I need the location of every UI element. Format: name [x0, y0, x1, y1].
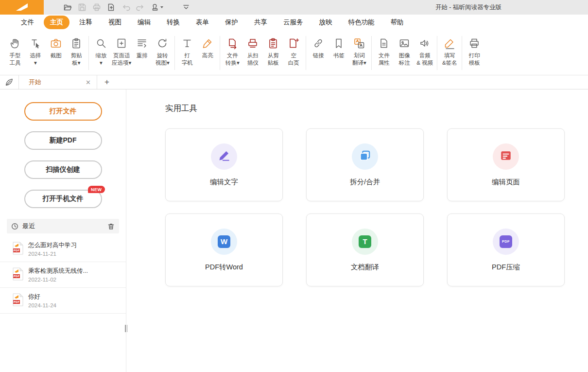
- ribbon-tool-bookmark[interactable]: 书签: [329, 36, 349, 60]
- menu-slideshow[interactable]: 放映: [313, 16, 339, 29]
- ribbon-tool-clipboard[interactable]: 剪贴 板▾: [66, 36, 86, 67]
- ribbon-tool-label: 填写 &签名: [442, 52, 457, 67]
- pdf-to-word-icon: W: [218, 235, 230, 248]
- menu-form[interactable]: 表单: [190, 16, 215, 29]
- clock-icon: [11, 223, 18, 230]
- page-fit-icon: [116, 36, 127, 50]
- ribbon-tool-file-properties[interactable]: 文件 属性: [374, 36, 394, 67]
- sidebar: 打开文件 新建PDF 扫描仪创建 打开手机文件 NEW 最近 PDF: [0, 89, 126, 372]
- recent-file-item[interactable]: PDF 怎么面对高中学习 2024-11-21: [0, 236, 126, 262]
- ribbon-tool-label: 文件 属性: [379, 52, 390, 67]
- folder-open-icon[interactable]: [60, 1, 75, 14]
- ribbon-divider: [88, 36, 89, 70]
- stamp-icon[interactable]: [148, 1, 166, 14]
- ribbon-tool-label: 音频 & 视频: [416, 52, 433, 67]
- ribbon-divider: [220, 36, 220, 70]
- export-icon[interactable]: [104, 1, 119, 14]
- menu-share[interactable]: 共享: [248, 16, 274, 29]
- fill-sign-icon: [444, 36, 455, 50]
- ribbon-tool-fill-sign[interactable]: 填写 &签名: [439, 36, 460, 67]
- ribbon-tool-from-clipboard[interactable]: 从剪 贴板: [263, 36, 283, 67]
- redo-icon[interactable]: [133, 1, 148, 14]
- clipboard-icon: [70, 36, 82, 50]
- ribbon-tool-typewriter[interactable]: 打 字机: [177, 36, 197, 67]
- typewriter-icon: [181, 36, 193, 50]
- ribbon-tool-link[interactable]: 链接: [308, 36, 329, 60]
- app-body: 打开文件 新建PDF 扫描仪创建 打开手机文件 NEW 最近 PDF: [0, 89, 588, 372]
- ribbon-tool-label: 缩放 ▾: [96, 52, 107, 67]
- open-file-button[interactable]: 打开文件: [24, 102, 102, 121]
- quill-pen-icon[interactable]: [0, 75, 18, 89]
- open-mobile-file-button[interactable]: 打开手机文件 NEW: [24, 190, 102, 208]
- card-edit-text[interactable]: 编辑文字: [165, 128, 283, 201]
- card-pdf-compress[interactable]: PDF PDF压缩: [447, 213, 565, 286]
- save-icon[interactable]: [75, 1, 89, 14]
- ribbon-tool-image-annotation[interactable]: 图像 标注: [394, 36, 415, 67]
- ribbon-tool-label: 手型 工具: [10, 52, 21, 67]
- camera-icon: [50, 36, 62, 50]
- menu-help[interactable]: 帮助: [384, 16, 410, 29]
- tab-start[interactable]: 开始 ✕: [18, 75, 97, 89]
- ribbon-tool-hand[interactable]: 手型 工具: [5, 36, 25, 67]
- ribbon-tool-print-template[interactable]: 打印 模板: [464, 36, 484, 67]
- link-icon: [312, 36, 324, 50]
- rotate-view-icon: [156, 36, 168, 50]
- menu-cloud[interactable]: 云服务: [277, 16, 310, 29]
- menu-comment[interactable]: 注释: [73, 16, 99, 29]
- scanner-create-button[interactable]: 扫描仪创建: [24, 160, 102, 179]
- ribbon-tool-highlight[interactable]: 高亮: [197, 36, 218, 60]
- from-clipboard-icon: [267, 36, 279, 50]
- card-label: PDF压缩: [492, 263, 520, 272]
- card-pdf-to-word[interactable]: W PDF转Word: [165, 213, 283, 286]
- ribbon-tool-translate[interactable]: 划词 翻译▾: [349, 36, 369, 67]
- recent-file-item[interactable]: PDF 你好 2024-11-24: [0, 288, 126, 314]
- bookmark-icon: [333, 36, 345, 50]
- card-split-merge[interactable]: 拆分/合并: [306, 128, 424, 201]
- ribbon-tool-select[interactable]: 选择 ▾: [25, 36, 46, 67]
- recent-file-item[interactable]: PDF 乘客检测系统无线传... 2022-11-02: [0, 262, 126, 288]
- ribbon-tool-file-convert[interactable]: 文件 转换▾: [222, 36, 242, 67]
- new-pdf-button[interactable]: 新建PDF: [24, 131, 102, 150]
- trash-icon[interactable]: [107, 223, 115, 230]
- audio-video-icon: [419, 36, 431, 50]
- ribbon-tool-label: 打 字机: [182, 52, 193, 67]
- ribbon-tool-blank-page[interactable]: 空 白页: [283, 36, 304, 67]
- card-label: PDF转Word: [205, 263, 243, 272]
- menu-home[interactable]: 主页: [44, 16, 69, 29]
- card-icon-circle: T: [352, 229, 378, 255]
- print-icon[interactable]: [89, 1, 104, 14]
- ribbon-tool-label: 页面适 应选项▾: [112, 52, 131, 67]
- edit-page-icon: [500, 149, 512, 163]
- card-doc-translate[interactable]: T 文档翻译: [306, 213, 424, 286]
- menu-features[interactable]: 特色功能: [342, 16, 381, 29]
- menu-file[interactable]: 文件: [15, 16, 40, 29]
- ribbon-tool-label: 高亮: [202, 52, 213, 59]
- print-template-icon: [468, 36, 480, 50]
- pdf-compress-icon: PDF: [500, 235, 512, 248]
- ribbon-tool-page-fit[interactable]: 页面适 应选项▾: [111, 36, 132, 67]
- undo-icon[interactable]: [119, 1, 133, 14]
- reflow-icon: [136, 36, 148, 50]
- card-edit-pages[interactable]: 编辑页面: [447, 128, 565, 201]
- menu-protect[interactable]: 保护: [219, 16, 244, 29]
- sidebar-collapse-handle[interactable]: [125, 325, 127, 332]
- translate-icon: [353, 36, 365, 50]
- ribbon-tool-zoom[interactable]: 缩放 ▾: [91, 36, 111, 67]
- ribbon-tool-from-scanner[interactable]: 从扫 描仪: [242, 36, 263, 67]
- recent-file-name: 怎么面对高中学习: [28, 241, 77, 249]
- menu-edit[interactable]: 编辑: [131, 16, 157, 29]
- ribbon-tool-reflow[interactable]: 重排: [132, 36, 152, 60]
- customize-quick-access-icon[interactable]: [179, 1, 193, 14]
- menu-convert[interactable]: 转换: [160, 16, 186, 29]
- card-label: 编辑页面: [492, 177, 520, 187]
- ribbon-divider: [371, 36, 372, 70]
- foxit-logo-icon[interactable]: [0, 0, 44, 15]
- ribbon-tool-audio-video[interactable]: 音频 & 视频: [415, 36, 435, 67]
- recent-file-list: PDF 怎么面对高中学习 2024-11-21 PDF 乘客检测系统无线传...…: [0, 236, 126, 314]
- menu-view[interactable]: 视图: [102, 16, 128, 29]
- ribbon-tool-rotate-view[interactable]: 旋转 视图▾: [152, 36, 173, 67]
- recent-file-name: 你好: [28, 293, 56, 301]
- new-tab-button[interactable]: +: [97, 75, 117, 89]
- ribbon-tool-snapshot[interactable]: 截图: [46, 36, 66, 60]
- tab-close-icon[interactable]: ✕: [85, 79, 92, 86]
